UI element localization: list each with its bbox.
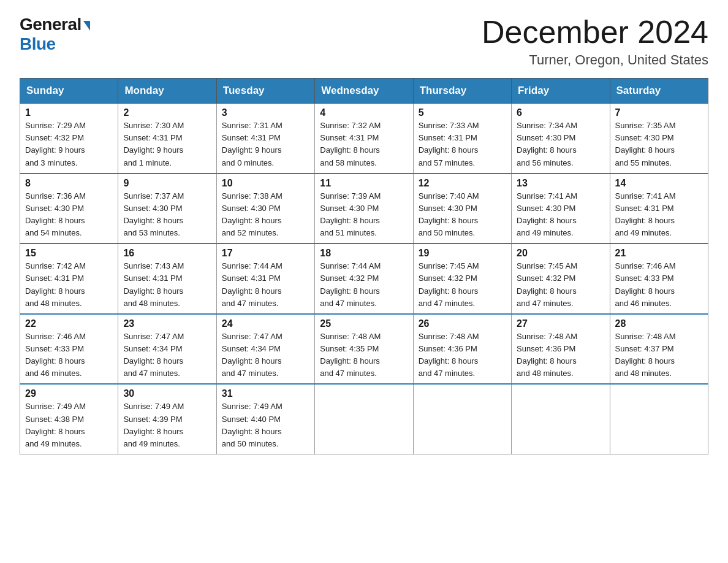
day-number: 16 (123, 248, 211, 259)
day-number: 11 (320, 178, 408, 189)
calendar-table: SundayMondayTuesdayWednesdayThursdayFrid… (20, 78, 708, 454)
calendar-cell: 5 Sunrise: 7:33 AMSunset: 4:31 PMDayligh… (413, 104, 511, 174)
day-info: Sunrise: 7:47 AMSunset: 4:34 PMDaylight:… (123, 332, 184, 378)
calendar-cell: 30 Sunrise: 7:49 AMSunset: 4:39 PMDaylig… (118, 384, 216, 454)
calendar-cell: 10 Sunrise: 7:38 AMSunset: 4:30 PMDaylig… (216, 174, 314, 244)
day-info: Sunrise: 7:43 AMSunset: 4:31 PMDaylight:… (123, 261, 184, 307)
day-info: Sunrise: 7:46 AMSunset: 4:33 PMDaylight:… (25, 332, 86, 378)
logo: General Blue (20, 15, 90, 54)
week-row: 22 Sunrise: 7:46 AMSunset: 4:33 PMDaylig… (20, 314, 708, 385)
day-of-week-header: Monday (118, 79, 216, 104)
day-info: Sunrise: 7:49 AMSunset: 4:39 PMDaylight:… (123, 402, 184, 448)
day-number: 22 (25, 318, 113, 329)
day-info: Sunrise: 7:47 AMSunset: 4:34 PMDaylight:… (222, 332, 282, 378)
day-of-week-header: Tuesday (216, 79, 314, 104)
week-row: 8 Sunrise: 7:36 AMSunset: 4:30 PMDayligh… (20, 174, 708, 244)
day-info: Sunrise: 7:45 AMSunset: 4:32 PMDaylight:… (517, 261, 577, 307)
day-info: Sunrise: 7:31 AMSunset: 4:31 PMDaylight:… (222, 121, 282, 167)
day-info: Sunrise: 7:44 AMSunset: 4:32 PMDaylight:… (320, 261, 381, 307)
day-info: Sunrise: 7:40 AMSunset: 4:30 PMDaylight:… (419, 191, 479, 237)
month-title: December 2024 (482, 15, 708, 50)
day-number: 30 (123, 388, 211, 399)
day-number: 10 (222, 178, 309, 189)
day-number: 14 (615, 178, 703, 189)
calendar-cell: 27 Sunrise: 7:48 AMSunset: 4:36 PMDaylig… (512, 314, 610, 385)
day-info: Sunrise: 7:48 AMSunset: 4:36 PMDaylight:… (419, 332, 479, 378)
calendar-cell: 25 Sunrise: 7:48 AMSunset: 4:35 PMDaylig… (315, 314, 413, 385)
calendar-cell: 9 Sunrise: 7:37 AMSunset: 4:30 PMDayligh… (118, 174, 216, 244)
day-number: 18 (320, 248, 408, 259)
day-number: 6 (517, 107, 604, 118)
calendar-cell: 17 Sunrise: 7:44 AMSunset: 4:31 PMDaylig… (216, 243, 314, 314)
day-info: Sunrise: 7:35 AMSunset: 4:30 PMDaylight:… (615, 121, 676, 167)
calendar-cell: 26 Sunrise: 7:48 AMSunset: 4:36 PMDaylig… (413, 314, 511, 385)
day-number: 27 (517, 318, 604, 329)
page-header: General Blue December 2024 Turner, Orego… (20, 15, 708, 68)
logo-blue-text: Blue (20, 34, 56, 53)
day-number: 26 (419, 318, 506, 329)
calendar-cell (610, 384, 708, 454)
calendar-cell: 14 Sunrise: 7:41 AMSunset: 4:31 PMDaylig… (610, 174, 708, 244)
day-number: 28 (615, 318, 703, 329)
title-block: December 2024 Turner, Oregon, United Sta… (482, 15, 708, 68)
day-info: Sunrise: 7:29 AMSunset: 4:32 PMDaylight:… (25, 121, 86, 167)
calendar-cell: 23 Sunrise: 7:47 AMSunset: 4:34 PMDaylig… (118, 314, 216, 385)
day-number: 29 (25, 388, 113, 399)
day-number: 21 (615, 248, 703, 259)
calendar-cell (315, 384, 413, 454)
day-info: Sunrise: 7:36 AMSunset: 4:30 PMDaylight:… (25, 191, 86, 237)
calendar-cell: 16 Sunrise: 7:43 AMSunset: 4:31 PMDaylig… (118, 243, 216, 314)
day-info: Sunrise: 7:48 AMSunset: 4:37 PMDaylight:… (615, 332, 676, 378)
day-info: Sunrise: 7:38 AMSunset: 4:30 PMDaylight:… (222, 191, 282, 237)
calendar-cell: 12 Sunrise: 7:40 AMSunset: 4:30 PMDaylig… (413, 174, 511, 244)
calendar-cell: 11 Sunrise: 7:39 AMSunset: 4:30 PMDaylig… (315, 174, 413, 244)
day-info: Sunrise: 7:39 AMSunset: 4:30 PMDaylight:… (320, 191, 381, 237)
day-number: 4 (320, 107, 408, 118)
day-info: Sunrise: 7:48 AMSunset: 4:36 PMDaylight:… (517, 332, 577, 378)
week-row: 1 Sunrise: 7:29 AMSunset: 4:32 PMDayligh… (20, 104, 708, 174)
day-number: 17 (222, 248, 309, 259)
calendar-cell: 3 Sunrise: 7:31 AMSunset: 4:31 PMDayligh… (216, 104, 314, 174)
day-of-week-header: Wednesday (315, 79, 413, 104)
calendar-cell (413, 384, 511, 454)
week-row: 29 Sunrise: 7:49 AMSunset: 4:38 PMDaylig… (20, 384, 708, 454)
calendar-cell: 2 Sunrise: 7:30 AMSunset: 4:31 PMDayligh… (118, 104, 216, 174)
calendar-cell: 22 Sunrise: 7:46 AMSunset: 4:33 PMDaylig… (20, 314, 118, 385)
day-number: 5 (419, 107, 506, 118)
calendar-cell: 24 Sunrise: 7:47 AMSunset: 4:34 PMDaylig… (216, 314, 314, 385)
calendar-cell: 28 Sunrise: 7:48 AMSunset: 4:37 PMDaylig… (610, 314, 708, 385)
day-info: Sunrise: 7:46 AMSunset: 4:33 PMDaylight:… (615, 261, 676, 307)
calendar-cell: 29 Sunrise: 7:49 AMSunset: 4:38 PMDaylig… (20, 384, 118, 454)
day-of-week-header: Saturday (610, 79, 708, 104)
calendar-cell: 15 Sunrise: 7:42 AMSunset: 4:31 PMDaylig… (20, 243, 118, 314)
calendar-cell: 7 Sunrise: 7:35 AMSunset: 4:30 PMDayligh… (610, 104, 708, 174)
day-of-week-header: Friday (512, 79, 610, 104)
day-info: Sunrise: 7:48 AMSunset: 4:35 PMDaylight:… (320, 332, 381, 378)
week-row: 15 Sunrise: 7:42 AMSunset: 4:31 PMDaylig… (20, 243, 708, 314)
day-number: 25 (320, 318, 408, 329)
location-title: Turner, Oregon, United States (482, 52, 708, 68)
day-info: Sunrise: 7:49 AMSunset: 4:38 PMDaylight:… (25, 402, 86, 448)
day-number: 23 (123, 318, 211, 329)
day-number: 7 (615, 107, 703, 118)
day-of-week-header: Thursday (413, 79, 511, 104)
logo-triangle-icon (83, 21, 90, 31)
day-number: 31 (222, 388, 309, 399)
day-number: 12 (419, 178, 506, 189)
day-info: Sunrise: 7:44 AMSunset: 4:31 PMDaylight:… (222, 261, 282, 307)
day-number: 3 (222, 107, 309, 118)
day-info: Sunrise: 7:42 AMSunset: 4:31 PMDaylight:… (25, 261, 86, 307)
day-number: 24 (222, 318, 309, 329)
day-info: Sunrise: 7:41 AMSunset: 4:31 PMDaylight:… (615, 191, 676, 237)
calendar-cell: 1 Sunrise: 7:29 AMSunset: 4:32 PMDayligh… (20, 104, 118, 174)
day-info: Sunrise: 7:45 AMSunset: 4:32 PMDaylight:… (419, 261, 479, 307)
day-info: Sunrise: 7:30 AMSunset: 4:31 PMDaylight:… (123, 121, 184, 167)
day-number: 13 (517, 178, 604, 189)
day-info: Sunrise: 7:49 AMSunset: 4:40 PMDaylight:… (222, 402, 282, 448)
day-info: Sunrise: 7:34 AMSunset: 4:30 PMDaylight:… (517, 121, 577, 167)
calendar-cell: 6 Sunrise: 7:34 AMSunset: 4:30 PMDayligh… (512, 104, 610, 174)
calendar-cell: 4 Sunrise: 7:32 AMSunset: 4:31 PMDayligh… (315, 104, 413, 174)
day-number: 1 (25, 107, 113, 118)
day-of-week-header: Sunday (20, 79, 118, 104)
day-number: 2 (123, 107, 211, 118)
